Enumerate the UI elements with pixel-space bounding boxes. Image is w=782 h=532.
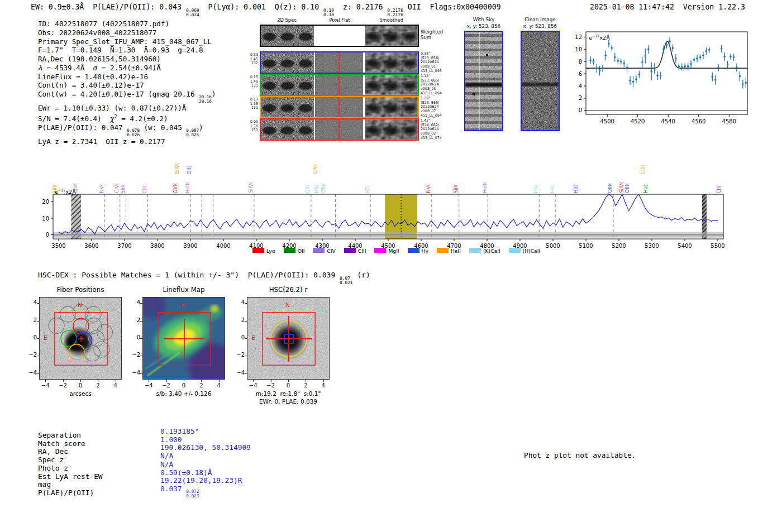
elixer-report-page: EW: 0.9±0.3Å P(LAE)/P(OII): 0.043 0.0690… (0, 0, 782, 532)
emission-line-label: SiIV( (249, 182, 254, 193)
col-title-smoothed: Smoothed (364, 17, 418, 23)
x-tick-mark (271, 380, 271, 382)
match-table-label: Match score (38, 440, 103, 448)
y-tick-mark (245, 373, 247, 374)
x-tick-label: −4 (142, 382, 155, 389)
emission-line-label: SiIV( (175, 163, 180, 174)
legend-swatch (509, 248, 521, 253)
cutout-xlabel2: EWr: 0, PLAE: 0.039 (228, 398, 349, 405)
y-tick-label: 0 (230, 334, 245, 341)
svg-text:20: 20 (42, 199, 49, 205)
spec2d-right-label-3: 1.29" (523, 865) 20220624 v008_07 415_LL… (421, 97, 454, 118)
north-label: N (285, 301, 290, 308)
north-label: N (181, 301, 185, 308)
emission-line-label: NV( (99, 184, 105, 193)
svg-text:12: 12 (575, 34, 582, 40)
match-table-value: 0.59(±0.18)Å (160, 469, 251, 477)
y-tick-label: −4 (230, 370, 245, 376)
y-tick-label: 4 (126, 299, 140, 305)
spectrum-legend: LyαOIICIVCIIIMgIIHγHeII(K)CaII(H)CaII (252, 248, 540, 254)
cutout-xlabel: m:19.2 re:1.8" s:0.1" (228, 390, 349, 397)
match-table-value: N/A (160, 452, 251, 461)
legend-swatch (252, 248, 264, 253)
spec2d-row-3 (260, 96, 419, 118)
emission-line-label: CIII( (641, 165, 646, 174)
y-tick-label: 2 (230, 317, 245, 323)
spec2d-right-label-0: Weighted Sum (421, 29, 454, 40)
svg-text:0: 0 (46, 232, 49, 238)
info-line-3: F=1.7" T=0.149 N̄=1.30 Ā=0.93 g=24.8 (38, 46, 216, 55)
emission-line-label: Hβ( (574, 185, 579, 193)
x-tick-mark (219, 380, 220, 382)
cutout-lineflux-map: Lineflux Map420−2−4−4−2024s/b: 3.40 +/- … (123, 286, 244, 406)
legend-item: MgII (374, 248, 399, 254)
x-tick-mark (63, 380, 64, 382)
x-tick-mark (116, 380, 116, 382)
emission-line-label: OII( (306, 185, 311, 193)
emission-line-label: SiIV( (619, 182, 625, 193)
y-tick-label: 4 (22, 299, 37, 305)
legend-swatch (469, 248, 481, 253)
y-tick-label: −4 (126, 370, 140, 376)
x-tick-mark (98, 380, 98, 382)
y-tick-mark (37, 373, 39, 374)
emission-line-label: HeII( (185, 182, 191, 193)
info-line-1: Obs: 20220624v008_4022518077 (38, 28, 216, 37)
y-tick-mark (140, 373, 142, 374)
svg-text:5500: 5500 (711, 243, 724, 249)
svg-text:3700: 3700 (117, 243, 131, 249)
svg-text:10: 10 (42, 215, 49, 222)
match-table-label: RA, Dec (38, 448, 103, 456)
emission-line-label: NV( (426, 184, 432, 193)
emission-line-label: SiII( (53, 184, 58, 193)
match-table-label: P(LAE)/P(OII) (38, 489, 103, 497)
east-label: E (251, 334, 255, 341)
x-tick-label: −2 (160, 382, 173, 389)
y-tick-label: −2 (22, 352, 37, 358)
match-table-label: Separation (38, 432, 103, 440)
spec2d-right-label-2: 1.14" (523, 865) 20220624 v008_03 415_LL… (421, 74, 454, 96)
fiber-positions-image (39, 297, 122, 380)
match-table-value: N/A (160, 461, 251, 469)
match-table-value: 190.026130, 50.314909 (160, 444, 251, 452)
cutout-title: Fiber Positions (28, 286, 133, 294)
emission-line-label: CII( (717, 185, 722, 193)
svg-text:0: 0 (579, 107, 582, 113)
info-line-2: Primary Spec_Slot_IFU_AMP: 415_048_067_L… (38, 37, 216, 46)
emission-line-label: OII( (187, 166, 193, 174)
emission-line-label: OVI( (173, 183, 179, 193)
cutout-xlabel: arcsecs (20, 390, 141, 397)
x-tick-label: 4 (109, 382, 122, 389)
x-tick-mark (184, 380, 184, 382)
svg-text:4000: 4000 (216, 243, 230, 249)
svg-text:4560: 4560 (692, 118, 705, 124)
y-tick-label: 2 (126, 317, 140, 323)
info-line-6: LineFlux = 1.40(±0.42)e-16 (38, 73, 216, 82)
info-line-4: RA,Dec (190.026154,50.314960) (38, 55, 216, 64)
x-tick-mark (253, 380, 254, 382)
clean-title: Clean Image (512, 17, 568, 23)
svg-text:4: 4 (579, 83, 582, 89)
fit-plot-ylabel: e−17x2Å (589, 34, 610, 41)
cutout-xlabel: s/b: 3.40 +/- 0.126 (123, 390, 244, 397)
x-tick-mark (288, 380, 289, 382)
legend-item: CIV (313, 248, 335, 254)
info-line-5: λ = 4539.4Å σ = 2.54(±0.94)Å (38, 64, 216, 73)
legend-swatch (408, 248, 419, 253)
match-table-value: 0.193185" (160, 428, 251, 436)
svg-text:4520: 4520 (631, 118, 645, 124)
emission-line-label: SiII( (454, 184, 459, 193)
x-tick-mark (166, 380, 167, 382)
legend-item: HeII (437, 248, 461, 254)
match-table-value: 1.000 (160, 436, 251, 444)
svg-text:6: 6 (579, 71, 582, 77)
y-tick-mark (140, 356, 142, 356)
info-line-12: LyA z = 2.7341 OII z = 0.2177 (38, 137, 216, 146)
emission-line-label: CII( (142, 185, 148, 193)
match-table-label: Spec z (38, 456, 103, 464)
emission-line-label: Hλ( (534, 185, 540, 193)
legend-swatch (344, 248, 356, 253)
y-tick-mark (245, 303, 247, 304)
legend-swatch (313, 248, 325, 253)
y-tick-label: −2 (126, 352, 140, 358)
